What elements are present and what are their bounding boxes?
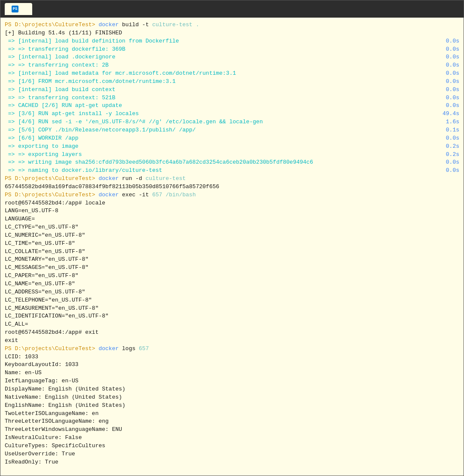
terminal-line: => [internal] load metadata for mcr.micr… (5, 70, 459, 78)
line-timing: 0.2s (446, 151, 459, 159)
line-text: => exporting to image (5, 143, 79, 151)
terminal-line: => => naming to docker.io/library/cultur… (5, 167, 459, 175)
line-text: => [internal] load metadata for mcr.micr… (5, 70, 236, 78)
line-text: LC_CTYPE="en_US.UTF-8" (5, 223, 79, 232)
terminal-line: PS D:\projects\CultureTest> docker exec … (5, 191, 459, 199)
line-timing: 0.0s (446, 86, 459, 94)
line-text: LANG=en_US.UTF-8 (5, 207, 58, 215)
line-timing: 0.0s (446, 78, 459, 86)
line-text: root@657445582bd4:/app# exit (5, 329, 98, 337)
line-command: docker (98, 21, 119, 29)
line-text: => [internal] load .dockerignore (5, 53, 115, 61)
close-button[interactable] (440, 2, 459, 16)
line-text: [+] Building 51.4s (11/11) FINISHED (5, 29, 122, 37)
line-text: => => transferring context: 2B (5, 61, 109, 70)
terminal-line: LCID: 1033 (5, 353, 459, 361)
terminal-line: LC_NAME="en_US.UTF-8" (5, 280, 459, 288)
line-text: 657445582bd498a169fdac078834f9bf82113b05… (5, 183, 219, 191)
line-args: logs (119, 345, 139, 353)
line-text: LC_IDENTIFICATION="en_US.UTF-8" (5, 312, 109, 320)
terminal-line: LC_MESSAGES="en_US.UTF-8" (5, 264, 459, 272)
line-timing: 1.6s (446, 118, 459, 126)
line-text: => => transferring context: 521B (5, 94, 115, 102)
line-extra: 657 /bin/bash (152, 191, 195, 199)
terminal-line: exit (5, 337, 459, 345)
terminal-line: LC_CTYPE="en_US.UTF-8" (5, 223, 459, 232)
line-text: LC_NUMERIC="en_US.UTF-8" (5, 232, 85, 240)
line-timing: 0.0s (446, 37, 459, 46)
terminal-line: PS D:\projects\CultureTest> docker run -… (5, 175, 459, 183)
terminal-line: => [internal] load .dockerignore0.0s (5, 53, 459, 61)
minimize-button[interactable] (397, 2, 416, 16)
line-command: docker (98, 175, 119, 183)
line-text: LC_MONETARY="en_US.UTF-8" (5, 256, 89, 264)
terminal-line: LC_PAPER="en_US.UTF-8" (5, 272, 459, 280)
terminal-line: UseUserOverride: True (5, 450, 459, 458)
terminal-line: => => transferring context: 2B0.0s (5, 61, 459, 70)
main-window: PS PS D:\projects\CultureTest> docker bu… (0, 0, 464, 476)
line-args: run -d (119, 175, 145, 183)
line-text: IsNeutralCulture: False (5, 434, 82, 442)
terminal-line: => exporting to image0.2s (5, 143, 459, 151)
new-tab-button[interactable] (36, 7, 43, 11)
terminal-line: TwoLetterISOLanguageName: en (5, 410, 459, 418)
line-extra: culture-test . (152, 21, 199, 29)
line-text: => => naming to docker.io/library/cultur… (5, 167, 162, 175)
line-text: NativeName: English (United States) (5, 394, 122, 402)
line-text: IetfLanguageTag: en-US (5, 377, 79, 385)
line-timing: 0.0s (446, 61, 459, 70)
titlebar-left: PS (5, 3, 53, 15)
line-prompt: PS D:\projects\CultureTest> (5, 175, 98, 183)
terminal-line: => => transferring context: 521B0.0s (5, 94, 459, 102)
terminal-line: LANGUAGE= (5, 215, 459, 223)
terminal-line: Name: en-US (5, 369, 459, 377)
line-text: => [1/6] FROM mcr.microsoft.com/dotnet/r… (5, 78, 176, 86)
line-text: TwoLetterISOLanguageName: en (5, 410, 98, 418)
line-timing: 0.1s (446, 126, 459, 134)
powershell-icon: PS (12, 6, 18, 12)
terminal-line: LC_MEASUREMENT="en_US.UTF-8" (5, 305, 459, 313)
line-text: LC_MESSAGES="en_US.UTF-8" (5, 264, 89, 272)
window-controls (397, 2, 459, 16)
terminal-line: root@657445582bd4:/app# exit (5, 329, 459, 337)
line-text: LC_PAPER="en_US.UTF-8" (5, 272, 79, 280)
terminal-line: CultureTypes: SpecificCultures (5, 442, 459, 450)
terminal-line: ThreeLetterISOLanguageName: eng (5, 418, 459, 426)
line-text: LC_NAME="en_US.UTF-8" (5, 280, 75, 288)
terminal-line: ThreeLetterWindowsLanguageName: ENU (5, 426, 459, 434)
line-text: ThreeLetterISOLanguageName: eng (5, 418, 109, 426)
line-timing: 0.2s (446, 143, 459, 151)
line-command: docker (98, 191, 119, 199)
titlebar: PS (0, 0, 464, 18)
terminal-line: => [internal] load build definition from… (5, 37, 459, 46)
terminal-line: => CACHED [2/6] RUN apt-get update0.0s (5, 102, 459, 110)
terminal-line: IetfLanguageTag: en-US (5, 377, 459, 385)
line-text: LC_MEASUREMENT="en_US.UTF-8" (5, 305, 98, 313)
line-command: docker (98, 345, 119, 353)
line-timing: 0.0s (446, 94, 459, 102)
terminal-line: => => exporting layers0.2s (5, 151, 459, 159)
terminal-line: LC_ALL= (5, 320, 459, 329)
terminal-line: LC_TELEPHONE="en_US.UTF-8" (5, 296, 459, 305)
terminal-line: => => transferring dockerfile: 369B0.0s (5, 46, 459, 54)
line-text: DisplayName: English (United States) (5, 385, 125, 394)
active-tab[interactable]: PS (5, 3, 32, 15)
line-extra: 657 (139, 345, 149, 353)
line-timing: 0.0s (446, 167, 459, 175)
terminal-line: LC_COLLATE="en_US.UTF-8" (5, 248, 459, 256)
terminal-line: DisplayName: English (United States) (5, 385, 459, 394)
terminal-output[interactable]: PS D:\projects\CultureTest> docker build… (0, 18, 464, 476)
tab-dropdown-button[interactable] (46, 7, 53, 11)
line-text: root@657445582bd4:/app# locale (5, 199, 105, 207)
terminal-line: root@657445582bd4:/app# locale (5, 199, 459, 207)
line-text: => [internal] load build context (5, 86, 115, 94)
line-args: build -t (119, 21, 152, 29)
terminal-line: LC_MONETARY="en_US.UTF-8" (5, 256, 459, 264)
line-text: UseUserOverride: True (5, 450, 75, 458)
terminal-line: LC_ADDRESS="en_US.UTF-8" (5, 288, 459, 296)
terminal-line: LC_NUMERIC="en_US.UTF-8" (5, 232, 459, 240)
maximize-button[interactable] (418, 2, 438, 16)
line-text: EnglishName: English (United States) (5, 402, 125, 410)
terminal-line: => [1/6] FROM mcr.microsoft.com/dotnet/r… (5, 78, 459, 86)
terminal-line: => [internal] load build context0.0s (5, 86, 459, 94)
